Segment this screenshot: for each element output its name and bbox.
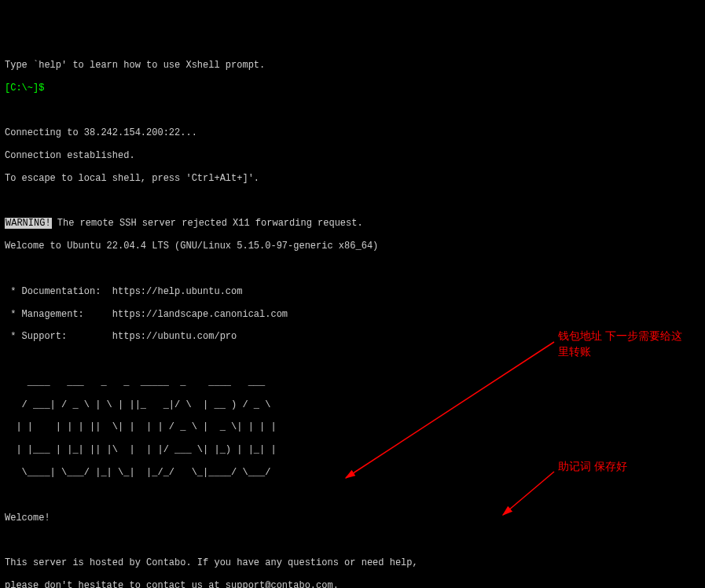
motd-welcome: Welcome!: [5, 513, 700, 524]
motd-hosted1: This server is hosted by Contabo. If you…: [5, 557, 700, 568]
ascii-art-0: ____ ___ _ _ _____ _ ____ ___: [5, 377, 700, 388]
warning-label: WARNING!: [5, 218, 52, 229]
local-prompt: [C:\~]$: [5, 83, 700, 94]
established-line: Connection established.: [5, 150, 700, 161]
terminal-output[interactable]: Type `help' to learn how to use Xshell p…: [0, 46, 705, 588]
doc-link: * Documentation: https://help.ubuntu.com: [5, 286, 700, 297]
blank: [5, 105, 700, 116]
warning-line: WARNING! The remote SSH server rejected …: [5, 218, 700, 229]
annotation-wallet: 钱包地址 下一步需要给这里转账: [558, 329, 692, 359]
blank: [5, 263, 700, 274]
escape-line: To escape to local shell, press 'Ctrl+Al…: [5, 173, 700, 184]
annotation-mnemonic: 助记词 保存好: [558, 459, 692, 475]
connecting-line: Connecting to 38.242.154.200:22...: [5, 127, 700, 138]
ascii-art-3: | |___ | |_| || |\ | | |/ ___ \| |_) | |…: [5, 444, 700, 455]
ascii-art-2: | | | | | || \| | | | / _ \ | _ \| | | |: [5, 421, 700, 432]
ascii-art-1: / ___| / _ \ | \ | ||_ _|/ \ | __ ) / _ …: [5, 399, 700, 410]
welcome-ubuntu: Welcome to Ubuntu 22.04.4 LTS (GNU/Linux…: [5, 241, 700, 252]
help-line: Type `help' to learn how to use Xshell p…: [5, 60, 700, 71]
motd-hosted2: please don't hesitate to contact us at s…: [5, 580, 700, 588]
blank: [5, 196, 700, 207]
blank: [5, 535, 700, 546]
warning-text: The remote SSH server rejected X11 forwa…: [52, 218, 363, 229]
mgmt-link: * Management: https://landscape.canonica…: [5, 309, 700, 320]
blank: [5, 490, 700, 501]
